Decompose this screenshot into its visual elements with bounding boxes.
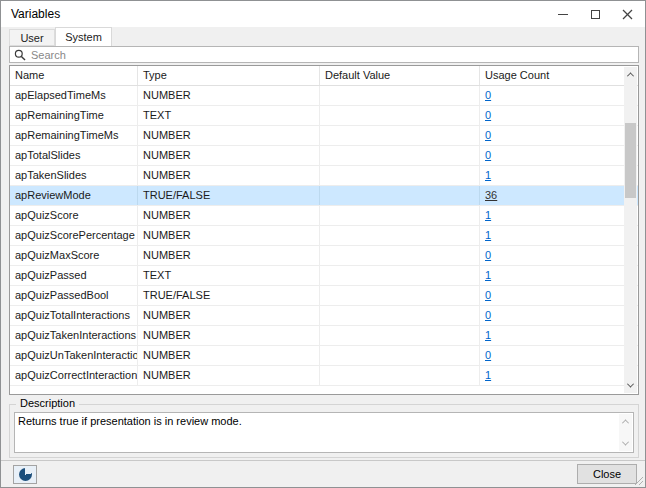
close-window-button[interactable]: [611, 1, 643, 27]
minimize-icon: [558, 14, 568, 15]
cell-usage-count: 0: [480, 106, 625, 125]
usage-count-link[interactable]: 0: [485, 309, 491, 321]
cell-type: NUMBER: [138, 246, 320, 265]
table-row[interactable]: apQuizTotalInteractions NUMBER 0: [10, 306, 638, 326]
window-title: Variables: [11, 7, 60, 21]
cell-usage-count: 0: [480, 306, 625, 325]
table-row[interactable]: apQuizCorrectInteractions NUMBER 1: [10, 366, 638, 386]
description-scroll-up-button[interactable]: [619, 414, 632, 429]
search-box[interactable]: [9, 46, 639, 63]
footer-bar: Close: [1, 460, 645, 487]
usage-count-link[interactable]: 0: [485, 109, 491, 121]
table-row[interactable]: apTakenSlides NUMBER 1: [10, 166, 638, 186]
table-row[interactable]: apQuizUnTakenInteractions NUMBER 0: [10, 346, 638, 366]
column-header-name[interactable]: Name: [10, 66, 138, 85]
cell-usage-count: 1: [480, 226, 625, 245]
cell-usage-count: 1: [480, 166, 625, 185]
table-row[interactable]: apTotalSlides NUMBER 0: [10, 146, 638, 166]
cell-default-value: [320, 226, 480, 245]
chevron-up-icon: [627, 72, 634, 79]
usage-count-link[interactable]: 0: [485, 89, 491, 101]
table-header: Name Type Default Value Usage Count: [10, 66, 638, 86]
chevron-down-icon: [627, 381, 634, 388]
cell-usage-count: 0: [480, 246, 625, 265]
cell-type: NUMBER: [138, 346, 320, 365]
table-row[interactable]: apQuizScore NUMBER 1: [10, 206, 638, 226]
window-controls: [547, 1, 643, 27]
tab-system[interactable]: System: [55, 27, 112, 46]
close-button[interactable]: Close: [577, 464, 637, 484]
minimize-button[interactable]: [547, 1, 579, 27]
cell-default-value: [320, 346, 480, 365]
usage-report-button[interactable]: [13, 465, 37, 484]
column-header-default-value[interactable]: Default Value: [320, 66, 480, 85]
title-bar[interactable]: Variables: [1, 1, 645, 27]
cell-usage-count: 1: [480, 366, 625, 385]
table-row[interactable]: apRemainingTime TEXT 0: [10, 106, 638, 126]
cell-type: NUMBER: [138, 366, 320, 385]
usage-count-link[interactable]: 36: [485, 189, 497, 201]
cell-type: NUMBER: [138, 166, 320, 185]
description-scroll-down-button[interactable]: [619, 436, 632, 451]
cell-type: NUMBER: [138, 306, 320, 325]
scroll-down-button[interactable]: [624, 378, 637, 393]
cell-name: apQuizScorePercentage: [10, 226, 138, 245]
usage-count-link[interactable]: 1: [485, 369, 491, 381]
scrollbar-thumb[interactable]: [625, 123, 636, 198]
table-row[interactable]: apQuizPassed TEXT 1: [10, 266, 638, 286]
usage-count-link[interactable]: 1: [485, 269, 491, 281]
cell-default-value: [320, 326, 480, 345]
table-row[interactable]: apReviewMode TRUE/FALSE 36: [10, 186, 638, 206]
maximize-button[interactable]: [579, 1, 611, 27]
usage-count-link[interactable]: 0: [485, 289, 491, 301]
cell-default-value: [320, 86, 480, 105]
table-row[interactable]: apQuizScorePercentage NUMBER 1: [10, 226, 638, 246]
table-row[interactable]: apQuizTakenInteractions NUMBER 1: [10, 326, 638, 346]
cell-type: TEXT: [138, 266, 320, 285]
table-row[interactable]: apRemainingTimeMs NUMBER 0: [10, 126, 638, 146]
table-row[interactable]: apElapsedTimeMs NUMBER 0: [10, 86, 638, 106]
cell-usage-count: 0: [480, 346, 625, 365]
usage-count-link[interactable]: 0: [485, 249, 491, 261]
cell-type: NUMBER: [138, 226, 320, 245]
table-scrollbar[interactable]: [624, 67, 637, 393]
usage-count-link[interactable]: 1: [485, 229, 491, 241]
resize-grip[interactable]: [633, 475, 644, 486]
usage-count-link[interactable]: 1: [485, 329, 491, 341]
description-scrollbar[interactable]: [619, 414, 632, 451]
description-text: Returns true if presentation is in revie…: [18, 414, 615, 428]
usage-count-link[interactable]: 0: [485, 349, 491, 361]
usage-count-link[interactable]: 1: [485, 209, 491, 221]
cell-type: NUMBER: [138, 206, 320, 225]
cell-default-value: [320, 186, 480, 205]
description-legend: Description: [16, 397, 79, 409]
search-icon: [14, 49, 26, 61]
scroll-up-button[interactable]: [624, 67, 637, 82]
usage-count-link[interactable]: 0: [485, 129, 491, 141]
column-header-type[interactable]: Type: [138, 66, 320, 85]
cell-default-value: [320, 106, 480, 125]
cell-type: TRUE/FALSE: [138, 286, 320, 305]
cell-default-value: [320, 306, 480, 325]
pie-chart-icon: [19, 468, 32, 481]
table-row[interactable]: apQuizMaxScore NUMBER 0: [10, 246, 638, 266]
cell-type: NUMBER: [138, 126, 320, 145]
usage-count-link[interactable]: 1: [485, 169, 491, 181]
cell-name: apTotalSlides: [10, 146, 138, 165]
column-header-usage-count[interactable]: Usage Count: [480, 66, 625, 85]
table-row[interactable]: apQuizPassedBool TRUE/FALSE 0: [10, 286, 638, 306]
usage-count-link[interactable]: 0: [485, 149, 491, 161]
maximize-icon: [591, 10, 600, 19]
cell-usage-count: 0: [480, 86, 625, 105]
tab-user[interactable]: User: [9, 29, 55, 46]
cell-name: apReviewMode: [10, 186, 138, 205]
cell-default-value: [320, 206, 480, 225]
cell-default-value: [320, 146, 480, 165]
cell-default-value: [320, 266, 480, 285]
cell-default-value: [320, 286, 480, 305]
description-box[interactable]: Returns true if presentation is in revie…: [14, 412, 634, 453]
cell-name: apRemainingTime: [10, 106, 138, 125]
cell-name: apQuizCorrectInteractions: [10, 366, 138, 385]
cell-default-value: [320, 166, 480, 185]
search-input[interactable]: [26, 48, 638, 61]
